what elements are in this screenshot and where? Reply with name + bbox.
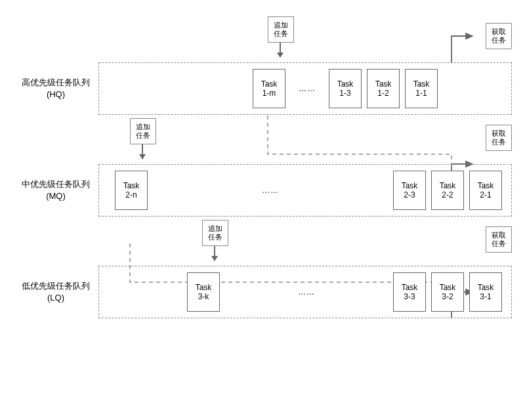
mq-fetch-label: 获取 任务 xyxy=(492,129,506,146)
mq-task-3: Task 2-3 xyxy=(393,171,426,210)
lq-task-3: Task 3-3 xyxy=(393,272,426,312)
mq-title: 中优先级任务队列 xyxy=(13,178,98,190)
lq-label: 低优先级任务队列 (LQ) xyxy=(13,280,98,304)
lq-title: 低优先级任务队列 xyxy=(13,280,98,292)
hq-title: 高优先级任务队列 xyxy=(13,77,98,89)
lq-section: 追加 任务 获取 任务 低优先级任务队列 (LQ) Task 3-k …… Ta… xyxy=(13,266,512,318)
hq-append-arrow xyxy=(280,43,281,57)
lq-queue-box: Task 3-k …… Task 3-3 Task 3-2 Task 3-1 xyxy=(98,266,512,318)
hq-append-box: 追加 任务 xyxy=(268,16,294,43)
lq-task-1: Task 3-1 xyxy=(469,272,502,312)
lq-abbr: (LQ) xyxy=(13,292,98,304)
mq-abbr: (MQ) xyxy=(13,190,98,202)
mq-append-arrow xyxy=(142,144,143,159)
mq-task-tail: Task 2-n xyxy=(115,171,148,210)
hq-section: 追加 任务 获取 任务 高优先级任务队列 (HQ) Task 1-m …… Ta… xyxy=(13,62,512,115)
hq-label: 高优先级任务队列 (HQ) xyxy=(13,77,98,100)
hq-queue-box: Task 1-m …… Task 1-3 Task 1-2 Task 1-1 xyxy=(98,62,512,115)
hq-task-2: Task 1-2 xyxy=(367,69,400,108)
lq-fetch-box: 获取 任务 xyxy=(486,226,512,253)
mq-dots: …… xyxy=(150,186,390,195)
lq-task-tail: Task 3-k xyxy=(187,272,220,312)
mq-label: 中优先级任务队列 (MQ) xyxy=(13,178,98,202)
lq-append-box: 追加 任务 xyxy=(202,220,228,246)
lq-fetch-label: 获取 任务 xyxy=(492,231,506,248)
hq-task-1: Task 1-1 xyxy=(405,69,438,108)
hq-fetch-label: 获取 任务 xyxy=(492,28,506,45)
hq-task-tail: Task 1-m xyxy=(253,69,285,108)
mq-fetch-box: 获取 任务 xyxy=(486,125,512,151)
lq-append-arrow xyxy=(214,246,215,261)
mq-task-2: Task 2-2 xyxy=(431,171,464,210)
hq-abbr: (HQ) xyxy=(13,89,98,100)
hq-task-3: Task 1-3 xyxy=(329,69,362,108)
mq-task-1: Task 2-1 xyxy=(469,171,502,210)
hq-dots: …… xyxy=(288,84,326,93)
hq-append-label: 追加 任务 xyxy=(274,21,288,38)
hq-fetch-box: 获取 任务 xyxy=(486,23,512,49)
mq-append-box: 追加 任务 xyxy=(130,118,156,144)
mq-queue-box: Task 2-n …… Task 2-3 Task 2-2 Task 2-1 xyxy=(98,164,512,217)
mq-section: 追加 任务 获取 任务 中优先级任务队列 (MQ) Task 2-n …… Ta… xyxy=(13,164,512,217)
lq-dots: …… xyxy=(222,287,390,297)
lq-append-label: 追加 任务 xyxy=(208,224,222,242)
mq-append-label: 追加 任务 xyxy=(136,123,150,140)
lq-task-2: Task 3-2 xyxy=(431,272,464,312)
